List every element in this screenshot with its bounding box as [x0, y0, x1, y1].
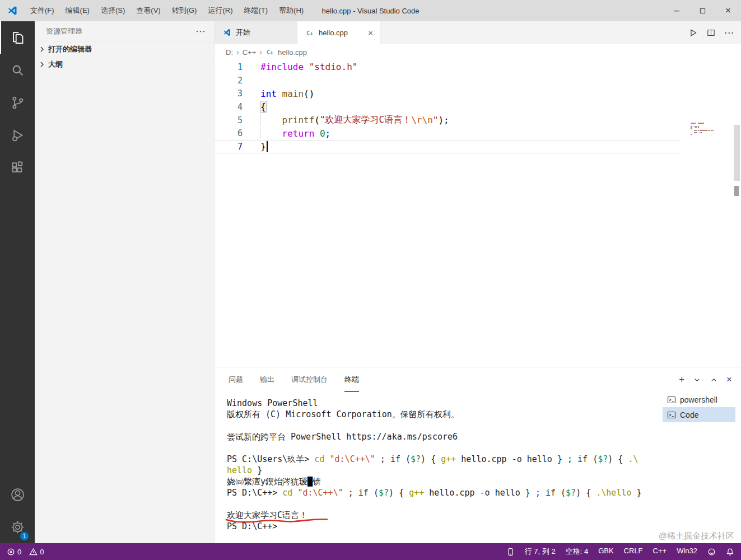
code-lines: 1#include "stdio.h"23int main()4{5 print… [215, 60, 741, 153]
minimap[interactable] [687, 122, 732, 136]
editor-tab[interactable]: C+hello.cpp× [297, 21, 380, 44]
minimap-token [694, 130, 698, 131]
breadcrumb-item[interactable]: D: [226, 48, 233, 57]
editor[interactable]: 1#include "stdio.h"23int main()4{5 print… [215, 60, 741, 367]
new-terminal-icon[interactable]: + [679, 374, 684, 385]
panel-tab[interactable]: 输出 [260, 367, 274, 392]
warning-count: 0 [40, 548, 44, 556]
tab-label: 开始 [236, 27, 292, 38]
terminal-text [325, 454, 330, 464]
menu-item[interactable]: 转到(G) [166, 0, 203, 21]
code-token: { [260, 101, 266, 112]
minimap-token [691, 134, 692, 135]
terminal-text: ) { [389, 488, 409, 498]
panel-tabs: 问题输出调试控制台终端 [215, 367, 741, 392]
close-icon[interactable]: × [366, 28, 375, 38]
minimap-token [696, 123, 697, 124]
maximize-button[interactable] [689, 0, 715, 21]
chevron-right-icon [38, 60, 46, 69]
terminal-line: hello } [227, 465, 657, 476]
code-line: 4{ [215, 100, 681, 114]
tab-bar: 开始C+hello.cpp× [215, 21, 741, 44]
close-panel-icon[interactable]: × [726, 374, 732, 385]
minimap-line [687, 133, 732, 135]
minimap-token [691, 123, 696, 124]
extensions-icon[interactable] [0, 151, 35, 184]
code-line: 1#include "stdio.h" [215, 60, 681, 74]
panel-tab[interactable]: 调试控制台 [291, 367, 328, 392]
tab-label: hello.cpp [319, 29, 361, 37]
indentation[interactable]: 空格: 4 [566, 547, 588, 557]
menu-item[interactable]: 查看(V) [131, 0, 166, 21]
terminal-text: .\ [628, 454, 638, 464]
warning-icon [29, 548, 38, 556]
terminal-line: 欢迎大家学习C语言！ [227, 510, 657, 521]
terminal-line [227, 442, 657, 454]
terminal-output[interactable]: Windows PowerShell版权所有 (C) Microsoft Cor… [227, 398, 657, 543]
menu-item[interactable]: 编辑(E) [60, 0, 95, 21]
feedback-smiley-icon[interactable] [707, 548, 716, 556]
encoding[interactable]: GBK [598, 547, 613, 557]
language[interactable]: C++ [653, 547, 667, 557]
account-icon[interactable] [0, 478, 35, 511]
settings-badge: 1 [20, 531, 29, 541]
line-number: 2 [215, 76, 243, 86]
notifications-bell-icon[interactable] [726, 548, 734, 556]
panel-tab[interactable]: 终端 [344, 367, 359, 392]
breadcrumb-item[interactable]: C++ [243, 48, 257, 57]
status-bar: 0 0 行 7, 列 2空格: 4GBKCRLFC++Win32 [0, 543, 741, 560]
chevron-up-icon[interactable] [710, 376, 718, 384]
terminal-text: 娆㈣繋澶у鍥炲涔犺瑷 [227, 477, 307, 487]
cpp-file-icon: C+ [305, 30, 314, 36]
eol[interactable]: CRLF [624, 547, 643, 557]
watermark: @稀土掘金技术社区 [659, 531, 734, 542]
minimap-token [698, 130, 699, 131]
cpp-file-icon: C+ [265, 49, 274, 55]
code-token [304, 62, 309, 72]
cursor-position[interactable]: 行 7, 列 2 [525, 547, 556, 557]
chevron-down-icon[interactable] [693, 376, 701, 384]
settings-gear-icon[interactable]: 1 [0, 511, 35, 543]
menu-item[interactable]: 选择(S) [95, 0, 131, 21]
minimap-token [707, 130, 710, 131]
close-button[interactable]: × [715, 0, 741, 21]
menu-item[interactable]: 运行(R) [202, 0, 238, 21]
menu-item[interactable]: 帮助(H) [273, 0, 309, 21]
text-cursor [267, 141, 268, 152]
terminal-text: cd [282, 488, 292, 498]
minimize-button[interactable]: – [664, 0, 689, 21]
minimap-token [700, 130, 707, 131]
explorer-icon[interactable] [0, 21, 35, 54]
terminal-line: 版权所有 (C) Microsoft Corporation。保留所有权利。 [227, 409, 657, 420]
sidebar-section[interactable]: 大纲 [35, 57, 214, 72]
panel-tab[interactable]: 问题 [229, 367, 243, 392]
menu-item[interactable]: 终端(T) [238, 0, 273, 21]
terminal-text: .\hello [596, 488, 631, 498]
activity-bar-spacer [0, 184, 35, 478]
source-control-icon[interactable] [0, 86, 35, 119]
problems-status[interactable]: 0 0 [7, 548, 44, 556]
terminal-list-item[interactable]: powershell [663, 392, 735, 407]
code-text: #include "stdio.h" [260, 62, 357, 72]
code-token: 0 [320, 128, 325, 139]
more-actions-icon[interactable]: ⋯ [195, 25, 206, 38]
breadcrumb-item[interactable]: hello.cpp [278, 48, 307, 57]
section-label: 打开的编辑器 [48, 44, 92, 54]
line-number: 5 [215, 115, 243, 125]
code-token: #include [260, 62, 304, 72]
minimap-token [698, 132, 699, 133]
run-debug-icon[interactable] [0, 119, 35, 151]
code-token: printf [282, 115, 315, 125]
platform[interactable]: Win32 [677, 547, 697, 557]
terminal-list-item[interactable]: Code [663, 407, 735, 422]
search-icon[interactable] [0, 54, 35, 86]
code-line: 5 printf("欢迎大家学习C语言！\r\n"); [215, 114, 681, 127]
menu-item[interactable]: 文件(F) [25, 0, 60, 21]
editor-tab[interactable]: 开始 [215, 21, 297, 44]
scrollbar-thumb[interactable] [734, 125, 740, 181]
code-text: return 0; [260, 128, 330, 139]
sidebar-section[interactable]: 打开的编辑器 [35, 41, 214, 57]
code-token: "stdio.h" [309, 62, 358, 72]
phone-icon[interactable] [506, 548, 515, 556]
cpp-file-icon: C+ [305, 29, 314, 37]
